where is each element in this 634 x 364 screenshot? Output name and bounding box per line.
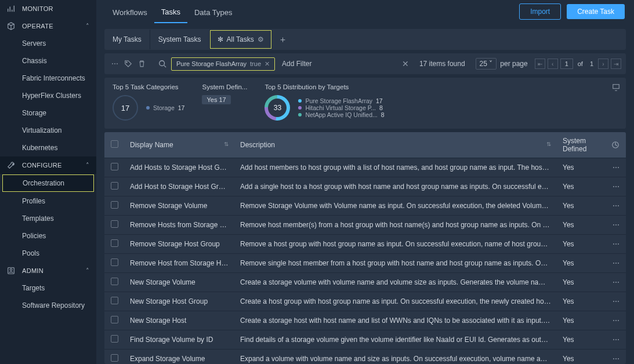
- page-input[interactable]: [560, 59, 573, 69]
- sidebar-item-policies[interactable]: Policies: [0, 227, 96, 245]
- nav-section-operate[interactable]: OPERATE ˄: [0, 17, 96, 35]
- cell-sys: Yes: [557, 254, 606, 273]
- per-page-control[interactable]: 25 ˅ per page: [476, 58, 528, 70]
- table-row[interactable]: Remove Hosts from Storage Host GroupRemo…: [104, 216, 626, 235]
- sidebar-item-hyperflex-clusters[interactable]: HyperFlex Clusters: [0, 87, 96, 104]
- subtab-alltasks[interactable]: ✻ All Tasks ⚙: [210, 30, 271, 49]
- cell-name: Add Host to Storage Host Group: [124, 177, 234, 196]
- add-filter-button[interactable]: Add Filter: [282, 60, 311, 68]
- row-checkbox[interactable]: [104, 158, 124, 177]
- table-row[interactable]: Remove Storage Host GroupRemove a host g…: [104, 235, 626, 254]
- nav-label: CONFIGURE: [22, 162, 62, 169]
- main: Workflows Tasks Data Types Import Create…: [96, 0, 634, 364]
- sidebar-item-storage[interactable]: Storage: [0, 104, 96, 122]
- subtab-mytasks[interactable]: My Tasks: [104, 30, 150, 49]
- sidebar-item-templates[interactable]: Templates: [0, 210, 96, 227]
- sidebar-item-fabric-interconnects[interactable]: Fabric Interconnects: [0, 70, 96, 87]
- col-description[interactable]: Description⇅: [234, 132, 557, 158]
- col-actions: [606, 132, 626, 158]
- nav-section-admin[interactable]: ADMIN ˄: [0, 262, 96, 279]
- row-actions[interactable]: ⋯: [606, 196, 626, 216]
- row-checkbox[interactable]: [104, 196, 124, 216]
- col-system-defined[interactable]: System Defined: [557, 132, 606, 158]
- tab-datatypes[interactable]: Data Types: [187, 1, 240, 23]
- table-row[interactable]: New Storage Host GroupCreate a host grou…: [104, 292, 626, 311]
- table-row[interactable]: Remove Storage VolumeRemove Storage Volu…: [104, 196, 626, 216]
- page-last-button[interactable]: ⇥: [611, 59, 621, 69]
- sidebar-item-kubernetes[interactable]: Kubernetes: [0, 139, 96, 156]
- row-actions[interactable]: ⋯: [606, 158, 626, 177]
- cell-desc: Find details of a storage volume given t…: [234, 330, 557, 350]
- row-actions[interactable]: ⋯: [606, 311, 626, 330]
- row-checkbox[interactable]: [104, 292, 124, 311]
- clear-filters-button[interactable]: ✕: [402, 59, 409, 68]
- nav-section-monitor[interactable]: MONITOR: [0, 0, 96, 17]
- sidebar-item-targets[interactable]: Targets: [0, 279, 96, 297]
- sidebar-item-pools[interactable]: Pools: [0, 245, 96, 262]
- sidebar-item-software-repository[interactable]: Software Repository: [0, 297, 96, 314]
- row-checkbox[interactable]: [104, 330, 124, 350]
- close-icon[interactable]: ✕: [265, 60, 270, 68]
- table-row[interactable]: New Storage VolumeCreate a storage volum…: [104, 273, 626, 292]
- cell-desc: Remove Storage Volume with Volume name a…: [234, 196, 557, 216]
- search-icon[interactable]: [158, 60, 166, 68]
- table-row[interactable]: Add Hosts to Storage Host GroupAdd host …: [104, 158, 626, 177]
- cell-desc: Create a host group with host group name…: [234, 292, 557, 311]
- trash-icon[interactable]: [138, 60, 146, 68]
- page-next-button[interactable]: ›: [598, 59, 608, 69]
- sidebar-item-servers[interactable]: Servers: [0, 35, 96, 52]
- row-actions[interactable]: ⋯: [606, 216, 626, 235]
- row-checkbox[interactable]: [104, 216, 124, 235]
- table-row[interactable]: New Storage HostCreate a storage host wi…: [104, 311, 626, 330]
- row-checkbox[interactable]: [104, 254, 124, 273]
- subtab-systemtasks[interactable]: System Tasks: [150, 30, 210, 49]
- add-tab-button[interactable]: ＋: [271, 34, 294, 45]
- row-actions[interactable]: ⋯: [606, 177, 626, 196]
- cell-name: Remove Host from Storage Host Group: [124, 254, 234, 273]
- table-row[interactable]: Add Host to Storage Host GroupAdd a sing…: [104, 177, 626, 196]
- ring-chart: 17: [113, 95, 138, 121]
- topbar: Workflows Tasks Data Types Import Create…: [96, 0, 634, 23]
- row-checkbox[interactable]: [104, 177, 124, 196]
- row-actions[interactable]: ⋯: [606, 292, 626, 311]
- row-actions[interactable]: ⋯: [606, 273, 626, 292]
- gear-icon[interactable]: ⚙: [258, 35, 264, 43]
- cell-desc: Remove host member(s) from a host group …: [234, 216, 557, 235]
- expand-icon[interactable]: [612, 83, 620, 92]
- cell-desc: Remove single host member from a host gr…: [234, 254, 557, 273]
- tag-icon[interactable]: [124, 60, 132, 68]
- sidebar-item-chassis[interactable]: Chassis: [0, 52, 96, 70]
- subtab-label: All Tasks: [227, 35, 254, 43]
- tab-tasks[interactable]: Tasks: [154, 1, 187, 23]
- row-actions[interactable]: ⋯: [606, 330, 626, 350]
- sidebar: MONITOR OPERATE ˄ ServersChassisFabric I…: [0, 0, 96, 364]
- page-first-button[interactable]: ⇤: [535, 59, 545, 69]
- row-checkbox[interactable]: [104, 273, 124, 292]
- tab-workflows[interactable]: Workflows: [106, 1, 154, 23]
- filter-chip[interactable]: Pure Storage FlashArray true ✕: [171, 57, 275, 71]
- sidebar-item-profiles[interactable]: Profiles: [0, 192, 96, 210]
- legend: Pure Storage FlashArray17Hitachi Virtual…: [298, 97, 384, 118]
- filter-chip-value: true: [250, 60, 261, 67]
- table-row[interactable]: Find Storage Volume by IDFind details of…: [104, 330, 626, 350]
- cell-sys: Yes: [557, 177, 606, 196]
- select-all-checkbox[interactable]: [104, 132, 124, 158]
- sidebar-item-orchestration[interactable]: Orchestration: [2, 174, 94, 192]
- sidebar-item-virtualization[interactable]: Virtualization: [0, 122, 96, 139]
- row-checkbox[interactable]: [104, 235, 124, 254]
- create-task-button[interactable]: Create Task: [567, 4, 625, 19]
- table-row[interactable]: Expand Storage VolumeExpand a volume wit…: [104, 350, 626, 365]
- cell-sys: Yes: [557, 330, 606, 350]
- row-checkbox[interactable]: [104, 311, 124, 330]
- row-actions[interactable]: ⋯: [606, 254, 626, 273]
- nav-section-configure[interactable]: CONFIGURE ˄: [0, 156, 96, 174]
- col-display-name[interactable]: Display Name⇅: [124, 132, 234, 158]
- nav-label: OPERATE: [22, 23, 53, 30]
- row-checkbox[interactable]: [104, 350, 124, 365]
- page-prev-button[interactable]: ‹: [548, 59, 558, 69]
- more-icon[interactable]: ⋯: [111, 60, 118, 68]
- row-actions[interactable]: ⋯: [606, 235, 626, 254]
- import-button[interactable]: Import: [519, 3, 561, 20]
- table-row[interactable]: Remove Host from Storage Host GroupRemov…: [104, 254, 626, 273]
- row-actions[interactable]: ⋯: [606, 350, 626, 365]
